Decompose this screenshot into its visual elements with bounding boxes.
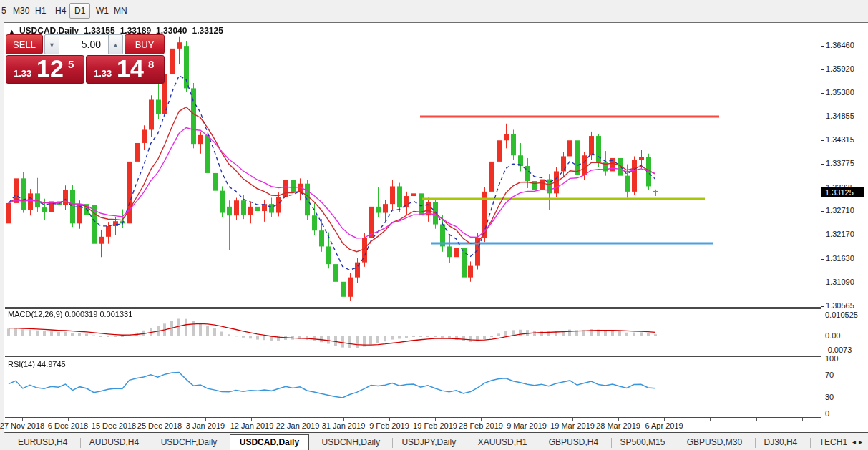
price-axis-label: 1.35380: [826, 88, 854, 97]
symbol-tab-bar: EURUSD,H4 AUDUSD,H4 USDCHF,Daily USDCAD,…: [0, 434, 868, 450]
chevron-up-icon: ▲: [112, 41, 119, 49]
price-axis-label: 1.32170: [826, 230, 854, 238]
one-click-trade-panel: SELL ▼ ▲ BUY 1.33 12 5 1.33 14 8: [6, 34, 165, 84]
tab-scroll-controls: ◂▸: [847, 434, 868, 450]
macd-rsi-splitter-line: [5, 358, 868, 358]
main-macd-splitter[interactable]: [5, 307, 868, 308]
macd-label: MACD(12,26,9) 0.000319 0.001331: [8, 310, 132, 318]
chevron-down-icon: ▼: [49, 41, 55, 49]
volume-input[interactable]: [59, 34, 108, 54]
scroll-left-icon[interactable]: ◂: [851, 438, 857, 446]
chart-window-bottom-border: [5, 432, 868, 433]
tab-audusd-h4[interactable]: AUDUSD,H4: [80, 435, 148, 450]
bid-price-sup: 5: [68, 58, 74, 70]
tab-usdchf-daily[interactable]: USDCHF,Daily: [152, 435, 227, 450]
volume-increase-button[interactable]: ▲: [108, 34, 123, 54]
price-axis-label: 1.36460: [826, 41, 854, 49]
macd-rsi-splitter[interactable]: [5, 356, 868, 357]
price-axis-label: 1.31630: [826, 254, 854, 263]
ask-price-sup: 8: [148, 58, 154, 70]
price-axis-label: 1.33775: [826, 159, 854, 167]
sell-button[interactable]: SELL: [6, 34, 43, 54]
tab-sp500-m15[interactable]: SP500,M15: [611, 435, 675, 450]
rsi-axis-30: 30: [825, 393, 834, 401]
macd-axis-min: -0.0073: [825, 346, 852, 354]
tab-usdcad-daily[interactable]: USDCAD,Daily: [230, 434, 309, 450]
bid-price-main: 12: [36, 54, 64, 82]
tf-mn-button[interactable]: MN: [109, 3, 132, 19]
volume-decrease-button[interactable]: ▼: [44, 34, 59, 54]
price-axis-label: 1.32710: [826, 206, 854, 215]
bid-price-box[interactable]: 1.33 12 5: [6, 55, 84, 84]
bid-price-prefix: 1.33: [14, 68, 31, 79]
tab-gbpusd-m30[interactable]: GBPUSD,M30: [678, 435, 751, 450]
ohlc-close: 1.33125: [192, 26, 223, 36]
price-axis-label: 1.31090: [826, 278, 854, 286]
date-axis-ticks: [5, 418, 821, 421]
macd-axis-max: 0.010525: [825, 310, 858, 319]
ask-price-main: 14: [117, 54, 144, 82]
price-axis-label: 1.30565: [826, 301, 854, 310]
toolbar-separator: [130, 2, 130, 19]
rsi-axis-100: 100: [825, 354, 838, 363]
macd-axis-zero: 0.00: [825, 331, 840, 340]
timeframe-toolbar: 5 M30 H1 H4 D1 W1 MN: [0, 0, 868, 21]
buy-button[interactable]: BUY: [125, 34, 165, 54]
date-axis-label: 6 Apr 2019: [635, 421, 693, 430]
tf-h1-button[interactable]: H1: [31, 3, 50, 19]
trade-controls-row: SELL ▼ ▲ BUY: [6, 34, 165, 55]
tab-usdcnh-daily[interactable]: USDCNH,Daily: [313, 435, 389, 450]
tf-d1-button[interactable]: D1: [69, 3, 90, 19]
trade-prices-row: 1.33 12 5 1.33 14 8: [6, 55, 165, 84]
mt4-window: 5 M30 H1 H4 D1 W1 MN ▲USDCAD,Daily1.3315…: [0, 0, 868, 450]
tab-dj30-h4[interactable]: DJ30,H4: [755, 435, 807, 450]
current-price-tag: 1.33125: [821, 187, 864, 197]
price-axis-label: 1.35920: [826, 64, 854, 73]
main-macd-splitter-line: [5, 308, 868, 309]
rsi-axis-70: 70: [825, 371, 834, 379]
ask-price-box[interactable]: 1.33 14 8: [86, 55, 165, 84]
tab-xauusd-h1[interactable]: XAUUSD,H1: [469, 435, 537, 450]
tab-usdjpy-daily[interactable]: USDJPY,Daily: [392, 435, 465, 450]
rsi-label: RSI(14) 44.9745: [8, 360, 66, 368]
ask-price-prefix: 1.33: [94, 68, 112, 79]
price-axis-label: 1.34855: [826, 112, 854, 120]
scroll-right-icon[interactable]: ▸: [857, 438, 864, 446]
tf-h4-button[interactable]: H4: [51, 3, 70, 19]
tab-eurusd-h4[interactable]: EURUSD,H4: [9, 435, 77, 450]
rsi-axis-0: 0: [825, 409, 829, 418]
tab-gbpusd-h4[interactable]: GBPUSD,H4: [540, 435, 608, 450]
price-axis-label: 1.34315: [826, 135, 854, 144]
